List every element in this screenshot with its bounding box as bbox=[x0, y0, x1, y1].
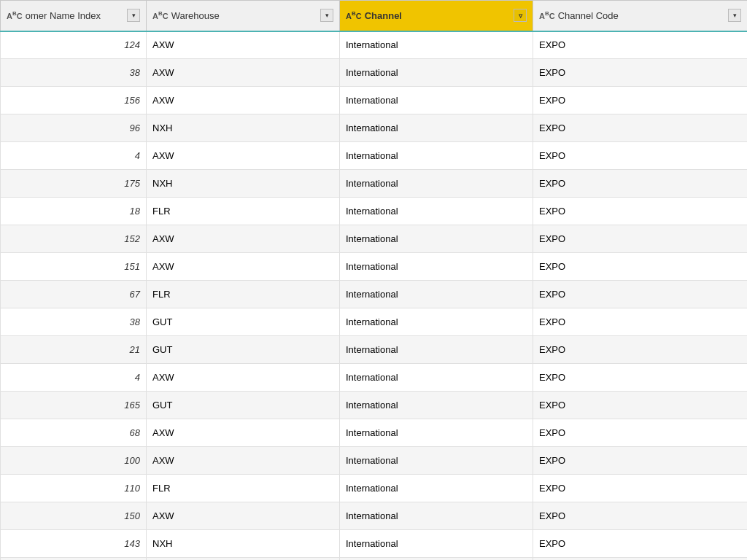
cell-customer: 67 bbox=[1, 281, 147, 308]
cell-channelcode: EXPO bbox=[533, 502, 748, 530]
cell-customer: 18 bbox=[1, 198, 147, 225]
cell-warehouse: FLR bbox=[147, 198, 340, 225]
cell-customer: 44 bbox=[1, 558, 147, 561]
cell-channel: International bbox=[340, 530, 533, 558]
cell-warehouse: AXW bbox=[147, 225, 340, 253]
cell-channelcode: EXPO bbox=[533, 308, 748, 336]
cell-customer: 165 bbox=[1, 392, 147, 419]
cell-customer: 156 bbox=[1, 87, 147, 114]
column-dropdown-warehouse[interactable]: ▾ bbox=[320, 9, 333, 22]
cell-channel: International bbox=[340, 308, 533, 336]
table-row: 38GUTInternationalEXPO bbox=[1, 308, 748, 336]
cell-channelcode: EXPO bbox=[533, 31, 748, 59]
abc-icon-channel: ABC bbox=[346, 10, 362, 20]
cell-customer: 100 bbox=[1, 447, 147, 475]
cell-channelcode: EXPO bbox=[533, 558, 748, 561]
cell-channelcode: EXPO bbox=[533, 364, 748, 392]
table-row: 124AXWInternationalEXPO bbox=[1, 31, 748, 59]
table-row: 44NXHInternationalEXPO bbox=[1, 558, 748, 561]
cell-channel: International bbox=[340, 142, 533, 170]
cell-channelcode: EXPO bbox=[533, 253, 748, 281]
cell-customer: 110 bbox=[1, 475, 147, 502]
cell-warehouse: AXW bbox=[147, 31, 340, 59]
table-row: 152AXWInternationalEXPO bbox=[1, 225, 748, 253]
cell-customer: 96 bbox=[1, 114, 147, 142]
cell-warehouse: FLR bbox=[147, 475, 340, 502]
table-row: 67FLRInternationalEXPO bbox=[1, 281, 748, 308]
cell-customer: 150 bbox=[1, 502, 147, 530]
abc-icon-warehouse: ABC bbox=[152, 10, 169, 20]
cell-channel: International bbox=[340, 502, 533, 530]
cell-customer: 68 bbox=[1, 419, 147, 447]
cell-channel: International bbox=[340, 253, 533, 281]
table-row: 150AXWInternationalEXPO bbox=[1, 502, 748, 530]
cell-channelcode: EXPO bbox=[533, 87, 748, 114]
cell-warehouse: NXH bbox=[147, 530, 340, 558]
column-header-channel: ABC Channel ▿ bbox=[340, 1, 533, 31]
cell-channel: International bbox=[340, 198, 533, 225]
table-row: 165GUTInternationalEXPO bbox=[1, 392, 748, 419]
table-row: 18FLRInternationalEXPO bbox=[1, 198, 748, 225]
abc-icon-customer: ABC bbox=[7, 10, 23, 20]
cell-customer: 152 bbox=[1, 225, 147, 253]
cell-warehouse: GUT bbox=[147, 336, 340, 364]
column-header-customer: ABC omer Name Index ▾ bbox=[1, 1, 147, 31]
cell-channelcode: EXPO bbox=[533, 447, 748, 475]
column-label-channel: Channel bbox=[365, 10, 511, 21]
cell-channelcode: EXPO bbox=[533, 530, 748, 558]
cell-warehouse: AXW bbox=[147, 87, 340, 114]
data-table: ABC omer Name Index ▾ ABC Warehouse ▾ AB… bbox=[0, 0, 747, 560]
cell-channelcode: EXPO bbox=[533, 392, 748, 419]
cell-channel: International bbox=[340, 59, 533, 87]
cell-warehouse: AXW bbox=[147, 364, 340, 392]
cell-warehouse: AXW bbox=[147, 59, 340, 87]
table-row: 110FLRInternationalEXPO bbox=[1, 475, 748, 502]
cell-channelcode: EXPO bbox=[533, 475, 748, 502]
cell-channel: International bbox=[340, 281, 533, 308]
cell-warehouse: GUT bbox=[147, 392, 340, 419]
table-body: 124AXWInternationalEXPO38AXWInternationa… bbox=[1, 31, 748, 561]
column-label-warehouse: Warehouse bbox=[171, 10, 317, 21]
cell-channel: International bbox=[340, 475, 533, 502]
table-row: 151AXWInternationalEXPO bbox=[1, 253, 748, 281]
cell-customer: 4 bbox=[1, 364, 147, 392]
cell-customer: 175 bbox=[1, 170, 147, 198]
table-row: 156AXWInternationalEXPO bbox=[1, 87, 748, 114]
table-row: 96NXHInternationalEXPO bbox=[1, 114, 748, 142]
cell-channel: International bbox=[340, 225, 533, 253]
table-row: 4AXWInternationalEXPO bbox=[1, 364, 748, 392]
cell-warehouse: GUT bbox=[147, 308, 340, 336]
cell-customer: 143 bbox=[1, 530, 147, 558]
cell-channelcode: EXPO bbox=[533, 225, 748, 253]
abc-icon-channelcode: ABC bbox=[539, 10, 555, 20]
cell-channelcode: EXPO bbox=[533, 336, 748, 364]
cell-channelcode: EXPO bbox=[533, 170, 748, 198]
cell-channelcode: EXPO bbox=[533, 419, 748, 447]
column-filter-channel[interactable]: ▿ bbox=[514, 9, 527, 22]
cell-channel: International bbox=[340, 364, 533, 392]
cell-channel: International bbox=[340, 447, 533, 475]
column-label-customer: omer Name Index bbox=[26, 10, 124, 21]
column-header-channelcode: ABC Channel Code ▾ bbox=[533, 1, 748, 31]
table-row: 21GUTInternationalEXPO bbox=[1, 336, 748, 364]
cell-warehouse: NXH bbox=[147, 114, 340, 142]
cell-channelcode: EXPO bbox=[533, 142, 748, 170]
cell-customer: 151 bbox=[1, 253, 147, 281]
cell-channelcode: EXPO bbox=[533, 114, 748, 142]
cell-warehouse: AXW bbox=[147, 502, 340, 530]
cell-customer: 4 bbox=[1, 142, 147, 170]
column-dropdown-channelcode[interactable]: ▾ bbox=[728, 9, 741, 22]
cell-channelcode: EXPO bbox=[533, 59, 748, 87]
column-dropdown-customer[interactable]: ▾ bbox=[127, 9, 140, 22]
cell-channel: International bbox=[340, 558, 533, 561]
table-row: 175NXHInternationalEXPO bbox=[1, 170, 748, 198]
cell-channel: International bbox=[340, 336, 533, 364]
cell-customer: 38 bbox=[1, 308, 147, 336]
cell-warehouse: NXH bbox=[147, 558, 340, 561]
cell-customer: 38 bbox=[1, 59, 147, 87]
cell-warehouse: AXW bbox=[147, 142, 340, 170]
cell-channelcode: EXPO bbox=[533, 281, 748, 308]
cell-warehouse: FLR bbox=[147, 281, 340, 308]
table-row: 100AXWInternationalEXPO bbox=[1, 447, 748, 475]
cell-warehouse: NXH bbox=[147, 170, 340, 198]
